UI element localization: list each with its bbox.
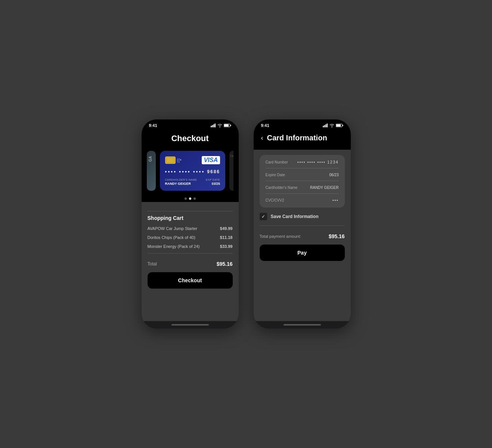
expire-date-value: 06/23 [329,173,338,177]
svg-rect-3 [214,124,216,127]
wifi-icon-2 [329,124,334,127]
status-icons-2 [323,124,343,127]
status-bar-1: 9:41 [142,119,239,130]
exp-value: 03/25 [206,182,220,186]
pay-button[interactable]: Pay [260,245,345,261]
svg-rect-13 [342,125,343,126]
cardholder-name-value: RANDY GEIGER [310,186,339,190]
cvc-field: CVC/CVV2 ••• [266,198,339,202]
cart-item-price-3: $33.99 [220,244,233,249]
svg-rect-0 [211,126,212,127]
cardholder-field: Cardholder's Name RANDY GEIGER [266,186,339,194]
back-button[interactable]: ‹ [261,134,263,142]
save-card-row[interactable]: ✓ Save Card Information [260,213,345,220]
cart-item-1: AVAPOW Car Jump Starter $49.99 [148,226,233,231]
signal-icon-2 [323,124,328,127]
total-row: Total $95.16 [148,257,233,267]
card-number-label: Card Number [266,160,288,164]
status-icons-1 [211,124,231,127]
checkout-button[interactable]: Checkout [148,272,233,289]
phone-checkout: 9:41 Checkout [142,119,239,329]
cart-item-3: Monster Energy (Pack of 24) $33.99 [148,244,233,249]
phone-card-info: 9:41 ‹ Card Information [254,119,351,329]
save-card-checkbox[interactable]: ✓ [260,213,267,220]
visa-card: ((• VISA •••• •••• •••• 9686 Cardholder'… [160,151,226,191]
card-info-header: ‹ Card Information [254,130,351,150]
nfc-icon: ((• [177,158,182,163]
svg-rect-1 [212,125,213,127]
card-number: •••• •••• •••• 9686 [165,169,220,175]
svg-rect-6 [230,125,231,126]
battery-icon-2 [336,124,343,127]
home-indicator-1 [171,324,209,326]
svg-rect-10 [327,124,328,127]
cvc-value: ••• [332,198,339,202]
payment-total-label: Total payment amount: [260,234,301,239]
battery-icon [224,124,231,127]
card-chip-icon [165,156,176,164]
total-label: Total [148,261,157,267]
dot-1 [185,197,187,200]
shopping-cart-title: Shopping Cart [148,215,233,221]
time-1: 9:41 [149,123,157,128]
expire-date-label: Expire Date [266,173,285,177]
carousel-dots [142,194,239,202]
cvc-label: CVC/CVV2 [266,198,284,202]
cart-item-2: Doritos Chips (Pack of 40) $11.18 [148,235,233,240]
save-card-label: Save Card Information [271,214,319,219]
status-bar-2: 9:41 [254,119,351,130]
wifi-icon [217,124,222,127]
cart-item-price-2: $11.18 [220,235,233,240]
cardholder-value: RANDY GEIGER [165,182,197,186]
cards-carousel[interactable]: GA ((• VISA •••• [142,151,239,194]
checkmark-icon: ✓ [262,214,265,219]
card-form: Card Number •••• •••• •••• 1234 Expire D… [260,155,345,208]
checkout-title: Checkout [149,134,231,143]
svg-rect-2 [213,124,214,127]
cardholder-label: Cardholder's Name [165,178,197,181]
svg-rect-8 [324,125,325,127]
checkout-body: Shopping Cart AVAPOW Car Jump Starter $4… [142,202,239,321]
svg-rect-12 [336,124,341,127]
expire-date-field: Expire Date 06/23 [266,173,339,181]
svg-rect-7 [323,126,324,127]
visa-logo: VISA [202,156,220,164]
cardholder-name-label: Cardholder's Name [266,186,298,190]
cart-item-name-2: Doritos Chips (Pack of 40) [148,235,195,240]
time-2: 9:41 [261,123,269,128]
checkout-header: Checkout [142,130,239,151]
cart-item-name-3: Monster Energy (Pack of 24) [148,244,200,249]
dot-3 [194,197,196,200]
dot-2 [189,197,191,200]
home-indicator-2 [284,324,321,326]
cart-item-name-1: AVAPOW Car Jump Starter [148,226,197,231]
payment-total-value: $95.16 [329,233,345,239]
signal-icon [211,124,216,127]
card-number-field: Card Number •••• •••• •••• 1234 [266,160,339,168]
total-value: $95.16 [217,261,233,267]
cart-item-price-1: $49.99 [220,226,233,231]
exp-label: EXP DATE [206,178,220,181]
card-info-body: Card Number •••• •••• •••• 1234 Expire D… [254,150,351,321]
svg-rect-9 [325,124,327,127]
payment-total-row: Total payment amount: $95.16 [260,230,345,239]
card-info-title: Card Information [267,134,327,142]
card-number-value: •••• •••• •••• 1234 [297,160,339,164]
svg-rect-5 [224,124,229,127]
